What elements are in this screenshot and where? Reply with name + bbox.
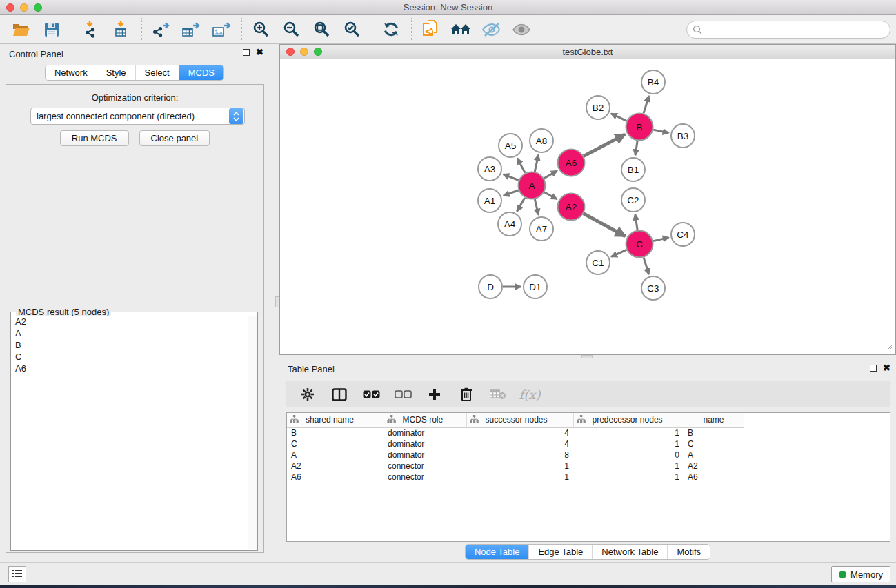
hide-selected-button[interactable] <box>479 18 503 41</box>
edge-A6-B[interactable] <box>584 134 625 156</box>
cell: 8 <box>466 449 573 460</box>
edge-B-B4[interactable] <box>644 96 649 113</box>
edge-A-A8[interactable] <box>535 155 538 172</box>
first-neighbors-button[interactable] <box>449 18 472 41</box>
column-visibility-button[interactable] <box>332 387 347 402</box>
delete-table-button[interactable] <box>490 387 506 402</box>
refresh-button[interactable] <box>379 18 403 41</box>
tab-network[interactable]: Network <box>46 65 97 80</box>
edge-A-A6[interactable] <box>544 171 557 179</box>
export-table-button[interactable] <box>179 18 203 41</box>
table-row[interactable]: Bdominator41B <box>287 427 744 438</box>
table-float-icon[interactable] <box>870 365 877 372</box>
result-item[interactable]: A2 <box>12 316 248 327</box>
search-input[interactable] <box>686 21 890 39</box>
node-label-D1: D1 <box>529 282 541 292</box>
add-column-button[interactable] <box>427 387 442 402</box>
save-session-button[interactable] <box>40 18 63 41</box>
title-bar: Session: New Session <box>0 0 896 15</box>
edge-A-A1[interactable] <box>504 190 519 196</box>
result-item[interactable]: A <box>12 327 248 339</box>
tab-style[interactable]: Style <box>97 65 135 80</box>
edge-C-C2[interactable] <box>635 214 637 230</box>
close-panel-icon[interactable]: ✖ <box>256 49 263 56</box>
import-network-button[interactable] <box>79 18 103 41</box>
delete-column-button[interactable] <box>459 387 474 402</box>
table-row[interactable]: A6connector11A6 <box>287 472 744 483</box>
cell: 1 <box>573 427 684 438</box>
memory-status-icon <box>839 571 846 578</box>
cell: C <box>287 438 384 449</box>
mcds-result-list: A2ABCA6 <box>12 316 248 549</box>
run-mcds-button[interactable]: Run MCDS <box>60 130 129 146</box>
search-box <box>686 21 890 39</box>
table-row[interactable]: Cdominator41C <box>287 438 744 449</box>
tab-mcds[interactable]: MCDS <box>179 65 223 80</box>
float-panel-icon[interactable] <box>243 49 250 56</box>
import-table-icon <box>113 21 130 38</box>
result-item[interactable]: C <box>12 351 248 363</box>
toolbar-separator <box>72 18 72 41</box>
zoom-in-button[interactable] <box>249 18 272 41</box>
open-file-button[interactable] <box>10 18 33 41</box>
select-all-icon <box>363 390 380 399</box>
edge-B-B2[interactable] <box>611 114 626 121</box>
criterion-dropdown[interactable]: largest connected component (directed) <box>30 108 245 125</box>
edge-A-A2[interactable] <box>544 192 557 199</box>
cell: A6 <box>684 472 744 483</box>
edge-C-C1[interactable] <box>611 250 626 256</box>
tab-select[interactable]: Select <box>135 65 179 80</box>
table-panel-title: Table Panel <box>288 364 335 374</box>
resize-grip-icon[interactable] <box>886 341 894 353</box>
tab-motifs[interactable]: Motifs <box>667 545 710 559</box>
column-header-successor-nodes[interactable]: successor nodes <box>466 413 573 427</box>
table-row[interactable]: Adominator80A <box>287 449 744 460</box>
zoom-fit-button[interactable] <box>310 18 333 41</box>
import-table-button[interactable] <box>110 18 133 41</box>
network-canvas[interactable]: B4B2BB3A8A5A6A3B1AC2A1A2A4A7C4CC1DD1C3 <box>279 59 896 355</box>
function-builder-button[interactable]: f(x) <box>522 387 537 402</box>
edge-B-B1[interactable] <box>635 141 637 155</box>
edge-A2-C[interactable] <box>584 214 625 236</box>
column-header-MCDS-role[interactable]: MCDS role <box>384 413 466 427</box>
edge-C-C4[interactable] <box>653 238 669 241</box>
column-header-predecessor-nodes[interactable]: predecessor nodes <box>573 413 684 427</box>
zoom-out-button[interactable] <box>279 18 303 41</box>
edge-C-C3[interactable] <box>644 258 649 274</box>
table-row[interactable]: A2connector11A2 <box>287 460 744 472</box>
zoom-selected-button[interactable] <box>340 18 364 41</box>
table-close-icon[interactable]: ✖ <box>883 365 890 372</box>
export-network-button[interactable] <box>149 18 172 41</box>
tab-network-table[interactable]: Network Table <box>592 545 667 559</box>
edge-A-A3[interactable] <box>504 174 519 181</box>
settings-gear-button[interactable] <box>300 387 315 402</box>
cell: dominator <box>384 427 466 438</box>
column-header-shared-name[interactable]: shared name <box>287 413 384 427</box>
edge-A-A4[interactable] <box>517 198 524 212</box>
export-image-button[interactable] <box>210 18 233 41</box>
select-all-button[interactable] <box>364 387 379 402</box>
settings-gear-icon <box>301 387 315 401</box>
show-all-button[interactable] <box>510 18 533 41</box>
desktop-edge <box>0 585 896 588</box>
network-graph[interactable]: B4B2BB3A8A5A6A3B1AC2A1A2A4A7C4CC1DD1C3 <box>280 59 895 354</box>
edge-B-B3[interactable] <box>653 130 668 133</box>
column-header-name[interactable]: name <box>684 413 744 427</box>
result-item[interactable]: A6 <box>12 363 248 374</box>
import-network-icon <box>83 21 99 38</box>
delete-column-icon <box>460 387 472 401</box>
result-item[interactable]: B <box>12 339 248 351</box>
edge-A-A7[interactable] <box>535 199 538 215</box>
right-area: testGlobe.txt B4B2BB3A8A5A6A3B1AC2A1A2A4… <box>279 44 896 562</box>
new-network-from-selection-button[interactable] <box>419 18 442 41</box>
deselect-all-button[interactable] <box>395 387 410 402</box>
edge-A-A5[interactable] <box>517 159 525 173</box>
close-panel-button[interactable]: Close panel <box>139 130 210 146</box>
result-scrollbar[interactable] <box>248 316 257 549</box>
tab-node-table[interactable]: Node Table <box>466 545 529 559</box>
table-tabs: Node TableEdge TableNetwork TableMotifs <box>279 544 896 560</box>
task-history-button[interactable] <box>8 566 26 582</box>
node-label-A: A <box>528 181 535 191</box>
memory-button[interactable]: Memory <box>831 566 890 582</box>
tab-edge-table[interactable]: Edge Table <box>528 545 592 559</box>
